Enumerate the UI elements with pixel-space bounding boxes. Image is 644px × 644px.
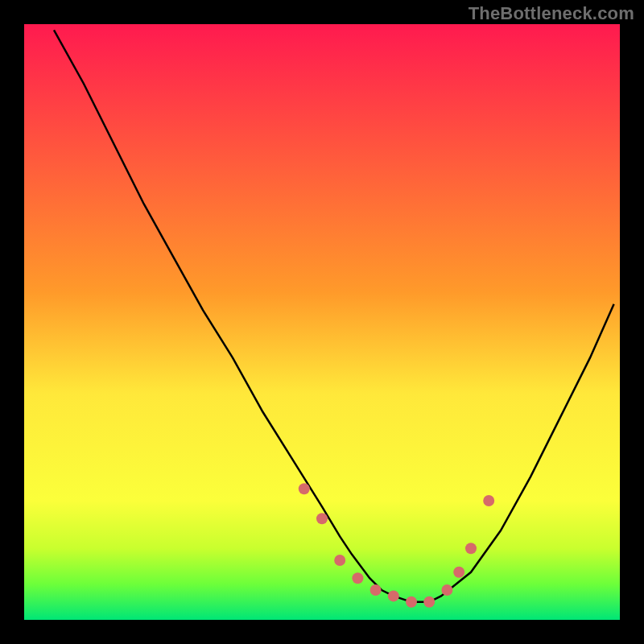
marker-dot (299, 483, 310, 494)
watermark-text: TheBottleneck.com (469, 3, 634, 24)
marker-dot (441, 584, 452, 596)
marker-dot (406, 597, 417, 608)
chart-frame: TheBottleneck.com (0, 0, 644, 644)
marker-dot (423, 597, 435, 608)
gradient-bg (24, 24, 620, 620)
marker-dot (453, 567, 464, 578)
marker-dot (352, 572, 363, 584)
marker-dot (483, 495, 494, 506)
marker-dot (465, 543, 477, 554)
marker-dot (316, 513, 328, 524)
chart-canvas (24, 24, 620, 620)
marker-dot (370, 584, 382, 596)
marker-dot (334, 555, 345, 566)
marker-dot (388, 590, 399, 601)
